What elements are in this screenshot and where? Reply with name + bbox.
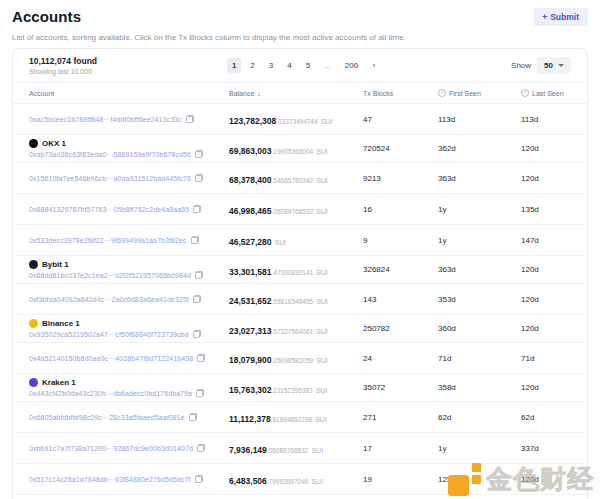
exchange-name[interactable]: Kraken 1 (42, 378, 76, 387)
copy-icon[interactable] (195, 475, 203, 483)
address-link[interactable]: 0x533decc3978e2f8f22···9f699499a1aa7b3f8… (29, 237, 187, 244)
account-cell: 0x15610fa7ee546b96cb···a0aa931512bad445f… (29, 174, 229, 182)
last-seen-value: 120d (521, 265, 571, 274)
results-showing: Showing last 10,000 (29, 68, 97, 75)
balance-cell: 7,936,149.05089766532SUI (229, 439, 363, 457)
first-seen-value: 360d (438, 324, 521, 333)
pagination-page-4[interactable]: 4 (282, 58, 296, 73)
account-cell: Kraken 10x443cf42b0da43c230b···db6adecc0… (29, 378, 229, 397)
tx-blocks-value: 143 (363, 295, 438, 304)
table-row: Kraken 10x443cf42b0da43c230b···db6adecc0… (13, 374, 587, 402)
column-header-account: Account (29, 90, 229, 97)
column-header-tx-blocks[interactable]: Tx Blocks (363, 90, 438, 97)
pagination-page-2[interactable]: 2 (245, 58, 259, 73)
address-link[interactable]: 0x935029ca5219502a47···cf50f68846f723739… (29, 331, 189, 338)
first-seen-value: 362d (438, 144, 521, 153)
first-seen-value: 353d (438, 295, 521, 304)
table-row: Bybit 10x68dd81bc037e2c1ea2···d2f2f52195… (13, 256, 587, 284)
stats-bar: 10,112,074 found Showing last 10,000 123… (13, 49, 587, 83)
address-link[interactable]: 0xab73ad38c63f83eda0···5869159a9f70b678c… (29, 151, 191, 158)
pagination-ellipsis: ... (319, 58, 336, 73)
table-row: Binance 10x935029ca5219502a47···cf50f688… (13, 315, 587, 343)
exchange-name[interactable]: Binance 1 (42, 319, 80, 328)
tx-blocks-value: 9213 (363, 174, 438, 183)
first-seen-value: 71d (438, 354, 521, 363)
pagination-next-button[interactable]: › (367, 58, 381, 73)
tx-blocks-value: 9 (363, 236, 438, 245)
exchange-name[interactable]: OKX 1 (42, 139, 66, 148)
last-seen-value: 113d (521, 115, 571, 124)
chevron-down-icon (558, 64, 564, 67)
address-link[interactable]: 0x88841329787fd57763···05b8ff752c2de4a8a… (29, 206, 189, 213)
first-seen-value: 1y (438, 236, 521, 245)
column-header-balance[interactable]: Balance ↓ (229, 90, 363, 97)
address-link[interactable]: 0xac5bceec1b789ff848···f4ddf0bff6ee2413c… (29, 116, 182, 123)
show-label: Show (511, 61, 531, 70)
account-cell: 0xac5bceec1b789ff848···f4ddf0bff6ee2413c… (29, 115, 229, 123)
balance-cell: 18,079,900.05098582059SUI (229, 349, 363, 367)
copy-icon[interactable] (195, 150, 203, 158)
first-seen-value: 1y (438, 205, 521, 214)
address-link[interactable]: 0x443cf42b0da43c230b···db6adecc0bd176dba… (29, 390, 192, 397)
first-seen-value: 363d (438, 174, 521, 183)
results-summary: 10,112,074 found Showing last 10,000 (29, 56, 97, 75)
page-size-value: 50 (544, 61, 553, 70)
account-cell: Binance 10x935029ca5219502a47···cf50f688… (29, 319, 229, 338)
balance-cell: 23,027,313.57327564061SUI (229, 320, 363, 338)
first-seen-value: 363d (438, 265, 521, 274)
exchange-name[interactable]: Bybit 1 (42, 260, 69, 269)
copy-icon[interactable] (193, 205, 201, 213)
last-seen-value: 62d (521, 413, 571, 422)
pagination-page-200[interactable]: 200 (340, 58, 363, 73)
address-link[interactable]: 0x517c14c25a1d7848db···63f84880e276d5d5d… (29, 476, 191, 483)
submit-button[interactable]: + Submit (533, 8, 588, 26)
address-link[interactable]: 0x6605abfdbfbf98c09c···28c33a5faaed5aaf0… (29, 414, 185, 421)
table-body: 0xac5bceec1b789ff848···f4ddf0bff6ee2413c… (13, 104, 587, 499)
copy-icon[interactable] (197, 354, 205, 362)
copy-icon[interactable] (193, 330, 201, 338)
address-link[interactable]: 0xf3bfda04092a842d4c···2a0c0d83a6ea41de3… (29, 296, 189, 303)
table-row: 0xac5bceec1b789ff848···f4ddf0bff6ee2413c… (13, 104, 587, 135)
page-header: Accounts + Submit (0, 0, 600, 26)
address-link[interactable]: 0x4a52140150b8d0ae0c···4028b47f8d712241b… (29, 355, 193, 362)
pagination-page-3[interactable]: 3 (264, 58, 278, 73)
copy-icon[interactable] (195, 271, 203, 279)
page-title: Accounts (12, 8, 81, 25)
address-link[interactable]: 0x15610fa7ee546b96cb···a0aa931512bad445f… (29, 175, 191, 182)
balance-cell: 68,378,400.54065780342SUI (229, 169, 363, 187)
table-row: 0x4a52140150b8d0ae0c···4028b47f8d712241b… (13, 343, 587, 374)
table-row: 0x88841329787fd57763···05b8ff752c2de4a8a… (13, 194, 587, 225)
tx-blocks-value: 35072 (363, 383, 438, 392)
table-row: 0xbb91c7a7f738a71200···92867dc9e00b3d014… (13, 433, 587, 464)
last-seen-value: 120d (521, 383, 571, 392)
balance-cell: 46,998,465.05089766532SUI (229, 200, 363, 218)
first-seen-value: 113d (438, 115, 521, 124)
info-icon[interactable]: i (521, 89, 529, 97)
account-cell: 0x533decc3978e2f8f22···9f699499a1aa7b3f8… (29, 236, 229, 244)
account-cell: 0x517c14c25a1d7848db···63f84880e276d5d5d… (29, 475, 229, 483)
info-icon[interactable]: i (438, 89, 446, 97)
table-row: OKX 10xab73ad38c63f83eda0···5869159a9f70… (13, 135, 587, 163)
last-seen-value: 71d (521, 354, 571, 363)
first-seen-value: 62d (438, 413, 521, 422)
tx-blocks-value: 17 (363, 444, 438, 453)
tx-blocks-value: 16 (363, 205, 438, 214)
pagination-page-5[interactable]: 5 (301, 58, 315, 73)
copy-icon[interactable] (189, 413, 197, 421)
balance-cell: 33,301,581.47300830141SUI (229, 261, 363, 279)
copy-icon[interactable] (193, 295, 201, 303)
copy-icon[interactable] (186, 115, 194, 123)
address-link[interactable]: 0x68dd81bc037e2c1ea2···d2f2f521957065b09… (29, 272, 191, 279)
copy-icon[interactable] (196, 389, 204, 397)
address-link[interactable]: 0xbb91c7a7f738a71200···92867dc9e00b3d014… (29, 445, 193, 452)
sort-desc-icon: ↓ (257, 90, 261, 97)
page-size-select[interactable]: 50 (537, 57, 571, 74)
copy-icon[interactable] (191, 236, 199, 244)
column-header-last-seen: i Last Seen (521, 89, 571, 97)
plus-icon: + (542, 12, 547, 22)
copy-icon[interactable] (197, 444, 205, 452)
pagination-page-1[interactable]: 1 (227, 58, 241, 73)
copy-icon[interactable] (195, 174, 203, 182)
exchange-icon (29, 378, 38, 387)
table-row: 0x73c3a3671a89a54db4···d8f9433784a768622… (13, 495, 587, 499)
